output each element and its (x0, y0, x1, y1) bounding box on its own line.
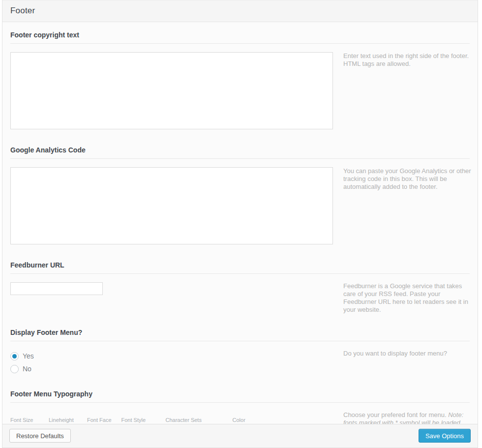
section-divider (10, 158, 470, 159)
section-feedburner: Feedburner URL Feedburner is a Google se… (10, 261, 470, 314)
help-text-copyright: Enter text used in the right side of the… (343, 52, 472, 68)
radio-option-yes[interactable]: Yes (10, 350, 333, 362)
panel-header: Footer (2, 0, 478, 22)
actions-bar: Restore Defaults Save Options (2, 424, 478, 448)
section-title-copyright: Footer copyright text (10, 31, 470, 39)
help-text-display-menu: Do you want to display footer menu? (343, 350, 472, 358)
section-footer-copyright: Footer copyright text Enter text used in… (10, 31, 470, 131)
section-title-analytics: Google Analytics Code (10, 146, 470, 154)
character-sets-label: Character Sets (166, 417, 212, 423)
help-text-feedburner: Feedburner is a Google service that take… (343, 282, 472, 314)
section-title-display-menu: Display Footer Menu? (10, 329, 470, 336)
lineheight-label: Lineheight (49, 417, 77, 423)
radio-yes-label: Yes (23, 352, 34, 360)
section-divider (10, 43, 470, 44)
section-title-typography: Footer Menu Typography (10, 390, 470, 398)
font-style-label: Font Style (121, 417, 152, 423)
save-options-button[interactable]: Save Options (419, 429, 471, 443)
typography-help-text: Choose your prefered font for menu. (343, 411, 448, 418)
panel-body: Footer copyright text Enter text used in… (2, 22, 478, 424)
font-face-label: Font Face (87, 417, 112, 423)
section-divider (10, 341, 470, 341)
radio-no-icon[interactable] (10, 365, 19, 373)
section-title-feedburner: Feedburner URL (10, 261, 470, 269)
font-size-label: Font Size (10, 417, 39, 423)
section-typography: Footer Menu Typography Font Size 12px ▼ (10, 390, 470, 424)
feedburner-url-input[interactable] (10, 282, 103, 295)
google-analytics-textarea[interactable] (10, 167, 333, 244)
radio-option-no[interactable]: No (10, 362, 333, 375)
help-text-typography: Choose your prefered font for menu. Note… (343, 411, 472, 424)
settings-page: Footer Footer copyright text Enter text … (0, 0, 482, 448)
radio-no-label: No (23, 365, 31, 373)
radio-yes-icon[interactable] (10, 352, 19, 360)
footer-options-panel: Footer Footer copyright text Enter text … (2, 0, 478, 448)
page-title: Footer (10, 6, 470, 16)
color-label: Color (233, 417, 261, 423)
section-display-footer-menu: Display Footer Menu? Yes No Do you want (10, 329, 470, 375)
help-text-analytics: You can paste your Google Analytics or o… (343, 167, 472, 191)
section-analytics: Google Analytics Code You can paste your… (10, 146, 470, 246)
section-divider (10, 273, 470, 274)
section-divider (10, 402, 470, 403)
footer-copyright-textarea[interactable] (10, 52, 333, 129)
restore-defaults-button[interactable]: Restore Defaults (9, 429, 71, 443)
